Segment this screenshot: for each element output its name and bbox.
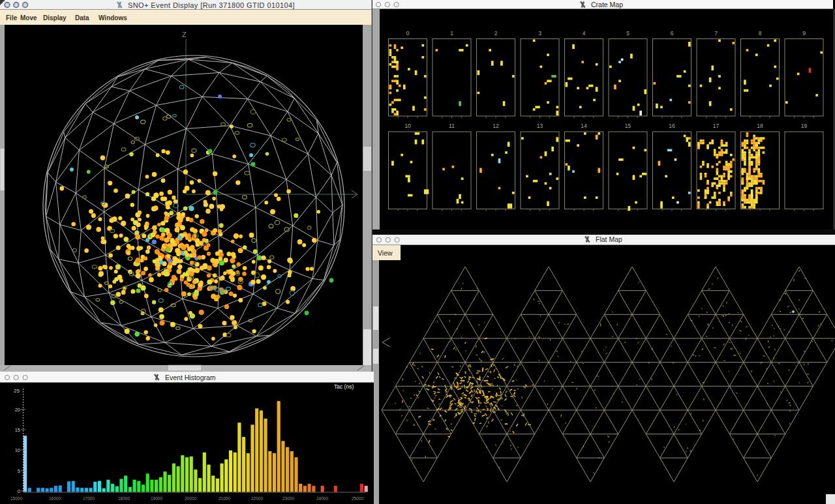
svg-text:View: View: [378, 249, 393, 257]
svg-text:18: 18: [757, 123, 763, 129]
svg-text:Data: Data: [75, 14, 89, 22]
svg-text:11: 11: [449, 123, 455, 129]
svg-text:0: 0: [18, 488, 20, 494]
svg-text:10: 10: [15, 447, 20, 453]
svg-text:File: File: [6, 14, 18, 22]
svg-text:15: 15: [625, 123, 631, 129]
svg-text:12: 12: [493, 123, 499, 129]
svg-text:25: 25: [14, 388, 20, 394]
svg-text:3: 3: [538, 30, 541, 37]
svg-text:7: 7: [714, 30, 718, 37]
svg-text:19000: 19000: [151, 496, 162, 501]
svg-text:Z: Z: [182, 31, 187, 38]
svg-text:18000: 18000: [118, 496, 130, 501]
svg-text:20000: 20000: [185, 496, 196, 501]
svg-text:5: 5: [626, 30, 630, 37]
svg-text:22000: 22000: [251, 496, 263, 501]
svg-text:25000: 25000: [352, 496, 363, 501]
svg-text:Tac (ns): Tac (ns): [334, 383, 354, 390]
svg-text:15: 15: [15, 427, 20, 433]
svg-text:23000: 23000: [282, 496, 294, 501]
svg-text:4: 4: [583, 30, 586, 37]
svg-text:17: 17: [713, 123, 720, 129]
svg-text:6: 6: [671, 30, 674, 37]
svg-text:Crate Map: Crate Map: [591, 1, 623, 8]
svg-text:13: 13: [537, 123, 543, 129]
svg-text:9: 9: [802, 30, 806, 37]
svg-text:14: 14: [581, 123, 587, 129]
svg-text:2: 2: [494, 30, 498, 37]
svg-text:Display: Display: [43, 14, 67, 22]
svg-text:24000: 24000: [316, 496, 328, 501]
svg-text:1: 1: [450, 30, 453, 37]
svg-text:Move: Move: [20, 14, 37, 22]
svg-text:8: 8: [759, 30, 762, 37]
svg-text:20: 20: [15, 407, 20, 413]
svg-text:Windows: Windows: [99, 14, 127, 22]
svg-text:17000: 17000: [83, 496, 95, 501]
svg-text:16: 16: [669, 123, 675, 129]
svg-text:Event Histogram: Event Histogram: [165, 374, 216, 381]
svg-text:Flat Map: Flat Map: [596, 235, 622, 243]
svg-text:21000: 21000: [219, 496, 230, 501]
svg-text:10: 10: [404, 123, 411, 129]
svg-text:5: 5: [18, 468, 20, 474]
svg-text:15000: 15000: [10, 496, 22, 501]
svg-text:SNO+ Event Display [Run 371800: SNO+ Event Display [Run 371800 GTID 0101…: [128, 1, 295, 9]
svg-text:0: 0: [406, 30, 410, 37]
svg-text:16000: 16000: [49, 496, 61, 501]
svg-text:19: 19: [801, 123, 808, 129]
